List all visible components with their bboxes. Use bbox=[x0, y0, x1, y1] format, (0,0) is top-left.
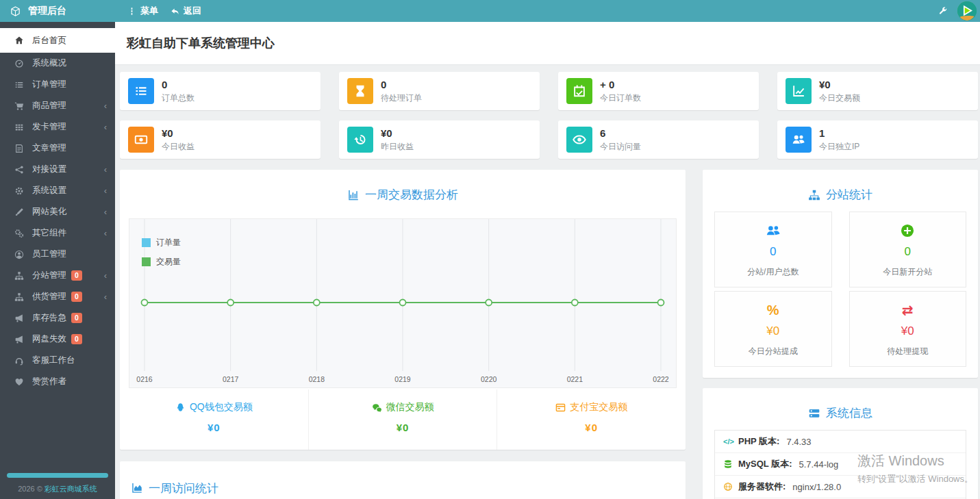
stat-card: 1今日独立IP bbox=[777, 120, 978, 159]
sidebar: 后台首页系统概况订单管理商品管理‹发卡管理‹文章管理对接设置‹系统设置‹网站美化… bbox=[0, 22, 115, 499]
payment-label: 支付宝交易额 bbox=[570, 401, 627, 413]
count-badge: 0 bbox=[71, 313, 82, 324]
stat-card: ¥0今日交易额 bbox=[777, 72, 978, 110]
sidebar-item[interactable]: 客服工作台 bbox=[0, 350, 115, 371]
sidebar-item[interactable]: 供货管理0‹ bbox=[0, 286, 115, 307]
payment-label: QQ钱包交易额 bbox=[190, 401, 253, 413]
brand: 管理后台 bbox=[0, 5, 115, 17]
substation-value: ¥0 bbox=[715, 324, 831, 338]
back-button[interactable]: 返回 bbox=[171, 5, 201, 17]
chevron-left-icon: ‹ bbox=[104, 122, 107, 132]
payment-total: 支付宝交易额¥0 bbox=[497, 389, 686, 450]
payment-total: 微信交易额¥0 bbox=[308, 389, 497, 450]
svg-text:0222: 0222 bbox=[653, 375, 669, 383]
sysinfo-row: 服务器软件:nginx/1.28.0 bbox=[715, 475, 966, 498]
sidebar-item[interactable]: 后台首页 bbox=[0, 28, 115, 53]
substation-grid: 0分站/用户总数0今日新开分站%¥0今日分站提成⇄¥0待处理提现 bbox=[714, 212, 966, 378]
stat-card: ¥0昨日收益 bbox=[339, 120, 540, 159]
stat-value: 1 bbox=[819, 127, 859, 140]
sysinfo-list: </>PHP 版本:7.4.33MySQL 版本:5.7.44-log服务器软件… bbox=[714, 430, 966, 499]
stat-value: 0 bbox=[162, 78, 194, 92]
sidebar-item-label: 系统设置 bbox=[32, 185, 66, 196]
stat-label: 今日访问量 bbox=[600, 141, 641, 153]
svg-text:0220: 0220 bbox=[481, 375, 497, 383]
sidebar-menu: 后台首页系统概况订单管理商品管理‹发卡管理‹文章管理对接设置‹系统设置‹网站美化… bbox=[0, 22, 115, 392]
copyright-year: 2026 © bbox=[18, 485, 42, 493]
file-icon bbox=[14, 144, 25, 153]
payment-total: QQ钱包交易额¥0 bbox=[120, 389, 308, 450]
sidebar-item[interactable]: 网盘失效0 bbox=[0, 329, 115, 350]
sidebar-item[interactable]: 发卡管理‹ bbox=[0, 116, 115, 138]
chevron-left-icon: ‹ bbox=[104, 101, 107, 111]
dashboard-icon bbox=[14, 59, 25, 68]
share-icon bbox=[14, 165, 25, 175]
legend-item: 订单量 bbox=[142, 237, 181, 248]
chevron-left-icon: ‹ bbox=[104, 185, 107, 196]
svg-text:0217: 0217 bbox=[223, 375, 239, 383]
code-icon: </> bbox=[723, 437, 733, 447]
svg-text:0221: 0221 bbox=[567, 375, 583, 383]
sidebar-item[interactable]: 商品管理‹ bbox=[0, 95, 115, 116]
trade-chart-title: 一周交易数据分析 bbox=[120, 170, 686, 212]
sidebar-item[interactable]: 对接设置‹ bbox=[0, 159, 115, 180]
legend-item: 交易量 bbox=[142, 256, 181, 268]
sidebar-item-label: 库存告急 bbox=[32, 312, 66, 324]
home-icon bbox=[14, 36, 25, 45]
stat-label: 今日独立IP bbox=[819, 141, 859, 153]
heart-icon bbox=[14, 377, 25, 387]
substation-panel: 分站统计 0分站/用户总数0今日新开分站%¥0今日分站提成⇄¥0待处理提现 bbox=[703, 170, 978, 378]
qq-icon bbox=[175, 402, 186, 413]
sysinfo-label: MySQL 版本: bbox=[738, 458, 792, 470]
sidebar-item-label: 员工管理 bbox=[32, 248, 66, 260]
sidebar-item-label: 对接设置 bbox=[32, 164, 66, 175]
menu-button[interactable]: 菜单 bbox=[127, 5, 158, 17]
percent-icon: % bbox=[715, 302, 831, 318]
sidebar-item[interactable]: 其它组件‹ bbox=[0, 222, 115, 244]
sidebar-item-label: 网站美化 bbox=[32, 206, 66, 218]
brand-title: 管理后台 bbox=[28, 5, 66, 17]
stat-card: + 0今日订单数 bbox=[558, 72, 759, 110]
substation-cell: 0分站/用户总数 bbox=[714, 212, 832, 287]
sidebar-item[interactable]: 网站美化‹ bbox=[0, 201, 115, 222]
headset-icon bbox=[14, 356, 25, 366]
legend-label: 订单量 bbox=[156, 237, 181, 248]
sysinfo-row: </>PHP 版本:7.4.33 bbox=[715, 431, 966, 452]
sidebar-item[interactable]: 员工管理 bbox=[0, 244, 115, 265]
area-chart-icon bbox=[131, 482, 143, 494]
substation-label: 今日分站提成 bbox=[715, 346, 831, 357]
chart-legend: 订单量交易量 bbox=[142, 237, 181, 275]
sidebar-item[interactable]: 文章管理 bbox=[0, 138, 115, 159]
sidebar-item[interactable]: 系统概况 bbox=[0, 53, 115, 74]
stat-value: 6 bbox=[600, 127, 641, 140]
substation-cell: 0今日新开分站 bbox=[849, 212, 967, 287]
sidebar-item[interactable]: 系统设置‹ bbox=[0, 180, 115, 201]
visits-panel: 一周访问统计 bbox=[120, 461, 686, 499]
stat-card: ¥0今日收益 bbox=[120, 120, 321, 159]
sidebar-item[interactable]: 分站管理0‹ bbox=[0, 265, 115, 286]
stat-card: 6今日访问量 bbox=[558, 120, 759, 159]
svg-text:0219: 0219 bbox=[394, 375, 411, 383]
payment-totals: QQ钱包交易额¥0微信交易额¥0支付宝交易额¥0 bbox=[120, 389, 686, 450]
payment-value: ¥0 bbox=[309, 422, 497, 433]
stat-card: 0待处理订单 bbox=[339, 72, 540, 110]
sitemap-icon bbox=[14, 271, 25, 281]
substation-cell: ⇄¥0待处理提现 bbox=[849, 291, 967, 367]
svg-text:0218: 0218 bbox=[309, 375, 325, 383]
sysinfo-title: 系统信息 bbox=[703, 388, 978, 430]
user-icon bbox=[14, 250, 25, 259]
chevron-left-icon: ‹ bbox=[104, 207, 107, 217]
copyright-link[interactable]: 彩虹云商城系统 bbox=[45, 485, 97, 493]
list-icon bbox=[14, 80, 25, 90]
sysinfo-value: 5.7.44-log bbox=[799, 459, 839, 470]
sidebar-item-label: 分站管理 bbox=[32, 270, 66, 281]
user-avatar[interactable] bbox=[957, 1, 977, 21]
sidebar-item[interactable]: 订单管理 bbox=[0, 74, 115, 95]
wrench-icon[interactable] bbox=[938, 6, 948, 16]
brush-icon bbox=[14, 207, 25, 217]
legend-label: 交易量 bbox=[156, 256, 181, 268]
sitemap-icon bbox=[14, 292, 25, 302]
sidebar-item[interactable]: 库存告急0 bbox=[0, 307, 115, 329]
globe-icon bbox=[723, 482, 733, 492]
sidebar-item[interactable]: 赞赏作者 bbox=[0, 371, 115, 392]
sysinfo-row: MySQL 版本:5.7.44-log bbox=[715, 452, 966, 475]
